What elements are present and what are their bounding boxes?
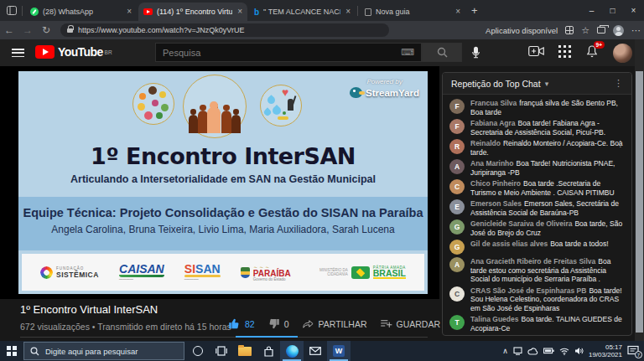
menu-icon[interactable] [12, 49, 24, 57]
save-label: GUARDAR [397, 319, 441, 329]
chat-message: G Gil de assis elias alvesBoa tarde a to… [449, 240, 625, 255]
action-center-button[interactable]: 7 [627, 344, 641, 358]
start-button[interactable] [0, 341, 23, 361]
powered-by-label: Powered by [350, 78, 419, 85]
toolbar-right: Aplicativo disponível ☆ ⋯ [486, 21, 641, 39]
taskbar-clock[interactable]: 05:17 19/03/2021 [589, 343, 622, 358]
search-button[interactable] [422, 43, 462, 62]
tab-whatsapp[interactable]: (28) WhatsApp × [25, 3, 137, 21]
chat-author: Isabel Vasconcellos [470, 335, 538, 336]
profile-avatar[interactable] [613, 44, 632, 63]
chat-avatar: G [449, 240, 465, 255]
create-video-icon[interactable] [528, 45, 544, 60]
tab-label: (114) 1º Encontro Virtual InterSA [157, 8, 232, 16]
voice-search-icon[interactable] [470, 45, 482, 63]
thumb-up-icon [228, 317, 241, 330]
team-band: Equipe Técnica: Projeto Consolidação e G… [18, 197, 428, 250]
search-input[interactable]: Pesquisa ⌨ [155, 43, 422, 62]
minimize-button[interactable]: – [581, 0, 602, 21]
youtube-play-icon [35, 45, 55, 59]
keyboard-icon[interactable]: ⌨ [401, 47, 414, 58]
file-explorer-button[interactable] [233, 341, 257, 361]
food-circle-illustration [132, 83, 174, 125]
heart-icon: ♥ [282, 86, 288, 98]
search-icon [30, 347, 39, 356]
dislike-button[interactable]: 0 [267, 317, 289, 330]
video-stats: 672 visualizações • Transmitido em diret… [20, 322, 231, 332]
clock-time: 05:17 [589, 343, 622, 351]
like-button[interactable]: 82 [228, 317, 255, 330]
maximize-button[interactable]: □ [602, 0, 623, 21]
chevron-down-icon[interactable]: ▾ [545, 80, 614, 88]
forward-button[interactable]: → [18, 24, 37, 36]
onedrive-cloud-icon[interactable] [527, 348, 538, 355]
chat-author: Talina Guedes [470, 315, 518, 323]
video-title: 1º Encontro Virtual InterSAN [20, 303, 158, 316]
tab-close-icon[interactable]: × [455, 8, 460, 16]
url-text: https://www.youtube.com/watch?v=JNzQk0yV… [78, 26, 245, 34]
task-view-button[interactable] [210, 341, 233, 361]
volume-icon[interactable] [574, 347, 584, 355]
tab-bing[interactable]: b " TEM ALCANCE NACIONAL CO × [249, 3, 356, 21]
save-button[interactable]: GUARDAR [380, 318, 441, 329]
new-tab-button[interactable]: + [471, 4, 478, 17]
logo-sisan: SISAN━━━━━━━━ [184, 264, 221, 281]
chat-mode-selector[interactable]: Repetição do Top Chat [451, 79, 541, 89]
mail-icon [309, 347, 321, 355]
chat-author: Ana Marinho [470, 159, 513, 168]
video-player[interactable]: Powered by StreamYard [0, 66, 439, 299]
youtube-header: YouTube BR Pesquisa ⌨ 9+ [0, 39, 644, 66]
browser-profile-avatar[interactable] [613, 25, 624, 36]
install-app-icon[interactable] [565, 26, 574, 34]
tab-actions-icon[interactable] [5, 4, 18, 16]
edge-icon [286, 345, 299, 358]
collections-icon[interactable] [597, 27, 605, 34]
reload-button[interactable]: ↻ [37, 24, 55, 36]
tab-separator [22, 6, 23, 16]
chat-avatar: C [449, 286, 465, 302]
favorites-star-icon[interactable]: ☆ [581, 26, 589, 35]
wifi-icon[interactable] [559, 348, 569, 355]
message-menu-icon[interactable]: ⋮ [616, 139, 625, 148]
tab-close-icon[interactable]: × [345, 8, 351, 16]
streamyard-duck-icon [350, 87, 362, 98]
word-taskbar-button[interactable]: W [327, 341, 351, 361]
chat-author: Chico Pinheiro [470, 179, 521, 188]
microsoft-store-button[interactable] [257, 341, 280, 361]
folder-icon [238, 347, 252, 356]
tab-close-icon[interactable]: × [127, 8, 132, 16]
share-button[interactable]: PARTILHAR [302, 318, 367, 329]
device-icon[interactable] [513, 347, 522, 355]
windows-taskbar: Digite aqui para pesquisar W ∧ 05:17 19/… [0, 341, 644, 361]
tab-new[interactable]: Nova guia × [360, 3, 465, 21]
taskbar-search-placeholder: Digite aqui para pesquisar [45, 347, 138, 356]
chat-avatar: I [449, 335, 465, 336]
cortana-button[interactable] [186, 341, 210, 361]
tab-close-icon[interactable]: × [237, 8, 242, 16]
back-button[interactable]: ← [0, 24, 18, 36]
youtube-logo[interactable]: YouTube BR [35, 45, 112, 59]
page-scrollbar[interactable] [635, 39, 644, 341]
address-bar[interactable]: https://www.youtube.com/watch?v=JNzQk0yV… [60, 23, 389, 37]
chat-author: Ana Gracieth Ribeiro de Freitas Silva [470, 257, 595, 266]
battery-icon[interactable] [543, 348, 554, 354]
edge-taskbar-button[interactable] [280, 341, 304, 361]
chat-message: C CRAS São José de Espinharas PBBoa tard… [449, 286, 625, 313]
share-icon [302, 318, 314, 329]
mail-button[interactable] [304, 341, 327, 361]
team-names: Angela Carolina, Bruna Teixeira, Livio L… [18, 224, 428, 235]
chat-message-text: Boa tarde a todos! [550, 240, 608, 248]
taskbar-search[interactable]: Digite aqui para pesquisar [23, 342, 184, 360]
apps-grid-icon[interactable] [558, 45, 571, 61]
close-button[interactable]: × [623, 0, 644, 21]
scrollbar-thumb[interactable] [636, 71, 643, 333]
chat-message-list: F Francua Silvafrançuá silva de São Bent… [443, 95, 631, 336]
show-hidden-icons[interactable]: ∧ [502, 347, 508, 355]
browser-tab-bar: (28) WhatsApp × (114) 1º Encontro Virtua… [0, 0, 644, 21]
video-actions: 82 0 PARTILHAR GUARDAR ⋯ [228, 317, 462, 330]
notifications-bell-icon[interactable]: 9+ [585, 44, 599, 62]
browser-more-icon[interactable]: ⋯ [631, 26, 641, 35]
tab-youtube-active[interactable]: (114) 1º Encontro Virtual InterSA × [138, 3, 247, 21]
chat-menu-icon[interactable]: ⋮ [614, 78, 623, 89]
streamyard-label: StreamYard [366, 88, 419, 98]
